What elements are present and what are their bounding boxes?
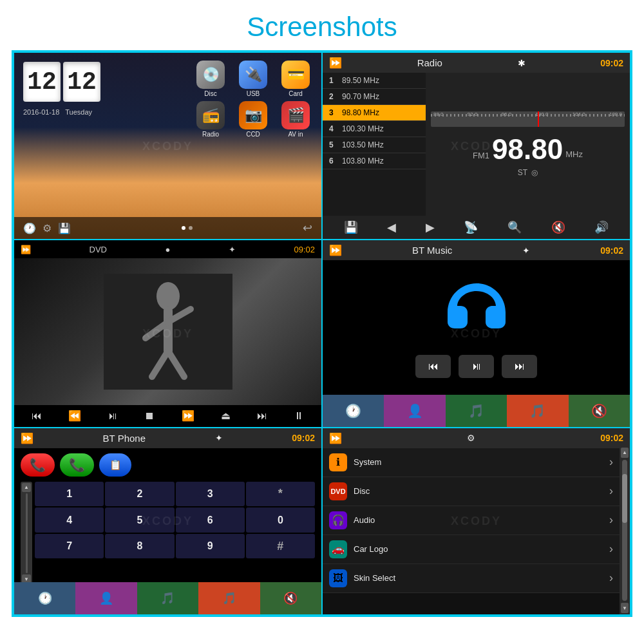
btmusic-next-button[interactable]: ⏭ xyxy=(502,355,537,378)
preset-1[interactable]: 189.50 MHz xyxy=(323,73,426,89)
dial-key-star[interactable]: * xyxy=(246,482,315,507)
settings-item-disc[interactable]: DVD Disc › xyxy=(323,477,620,506)
settings-item-audio[interactable]: 🎧 Audio › xyxy=(323,506,620,535)
dvd-dot-icon: ● xyxy=(166,245,171,254)
dvd-menu-icon[interactable]: ⏸ xyxy=(294,410,304,422)
btphone-tab-contact[interactable]: 👤 xyxy=(75,582,137,614)
btmusic-tab-bt[interactable]: 🎵 xyxy=(507,395,568,427)
screenshots-grid: 12 12 2016-01-18 Tuesday 💿 Disc 🔌 USB 💳 … xyxy=(12,50,632,617)
scroll-up-btn[interactable]: ▲ xyxy=(22,483,31,492)
settings-back-icon[interactable]: ⏩ xyxy=(329,432,342,444)
screen-radio: ⏩ Radio ✱ 09:02 189.50 MHz 290.70 MHz 39… xyxy=(322,52,630,240)
settings-scroll-thumb xyxy=(622,474,627,524)
settings-gear-icon: ⚙ xyxy=(467,433,475,443)
dvd-title: DVD xyxy=(90,245,107,254)
btmusic-tab-contact[interactable]: 👤 xyxy=(384,395,445,427)
btphone-tab-music[interactable]: 🎵 xyxy=(137,582,198,614)
dial-key-6[interactable]: 6 xyxy=(176,507,245,533)
radio-prev-icon[interactable]: ◀ xyxy=(387,220,396,234)
settings-item-carlogo[interactable]: 🚗 Car Logo › xyxy=(323,535,620,564)
radio-mute-icon[interactable]: 🔇 xyxy=(551,220,565,234)
settings-skinselect-arrow: › xyxy=(609,571,613,585)
radio-back-icon[interactable]: ⏩ xyxy=(329,57,342,69)
dial-key-1[interactable]: 1 xyxy=(35,482,104,507)
btphone-tab-mute[interactable]: 🔇 xyxy=(260,582,321,614)
radio-st-icon: ST xyxy=(518,168,527,177)
radio-save-icon[interactable]: 💾 xyxy=(344,220,358,234)
home-clock-icon[interactable]: 🕐 xyxy=(23,222,36,234)
home-icon-radio[interactable]: 📻 Radio xyxy=(191,101,230,138)
dvd-brightness-icon[interactable]: ✦ xyxy=(229,245,236,254)
btmusic-time: 09:02 xyxy=(600,245,623,256)
btphone-tab-bt[interactable]: 🎵 xyxy=(198,582,260,614)
home-watermark: XCODY xyxy=(142,139,193,153)
dvd-fast-fwd-icon[interactable]: ⏩ xyxy=(182,410,194,422)
dial-key-9[interactable]: 9 xyxy=(176,534,245,559)
settings-audio-label: Audio xyxy=(354,515,609,525)
settings-disc-icon: DVD xyxy=(329,482,347,500)
home-bottom-bar: 🕐 ⚙ 💾 ↩ xyxy=(14,217,321,239)
home-date: 2016-01-18 Tuesday xyxy=(23,108,92,116)
home-icon-usb[interactable]: 🔌 USB xyxy=(234,61,272,97)
btphone-end-call-button[interactable]: 📞 xyxy=(21,453,55,477)
dvd-play-icon[interactable]: ⏯ xyxy=(108,410,118,422)
home-back-icon[interactable]: ↩ xyxy=(303,221,312,235)
btmusic-back-icon[interactable]: ⏩ xyxy=(329,244,342,256)
screen-home: 12 12 2016-01-18 Tuesday 💿 Disc 🔌 USB 💳 … xyxy=(14,52,322,240)
radio-search-icon[interactable]: 🔍 xyxy=(507,220,522,234)
scroll-track xyxy=(26,493,28,573)
btmusic-tab-clock[interactable]: 🕐 xyxy=(323,395,384,427)
home-icon-ccd[interactable]: 📷 CCD xyxy=(234,101,272,138)
btphone-tabs: 🕐 👤 🎵 🎵 🔇 xyxy=(14,582,321,614)
radio-bt-icon: ✱ xyxy=(518,58,526,68)
dial-key-7[interactable]: 7 xyxy=(35,534,104,559)
preset-5[interactable]: 5103.50 MHz xyxy=(323,137,426,153)
dvd-back-icon[interactable]: ⏩ xyxy=(21,245,31,254)
dial-key-8[interactable]: 8 xyxy=(105,534,174,559)
dial-key-0[interactable]: 0 xyxy=(246,507,315,533)
btmusic-brightness-icon[interactable]: ✦ xyxy=(522,245,530,256)
home-icon-avin[interactable]: 🎬 AV in xyxy=(276,101,315,138)
dvd-skip-back-icon[interactable]: ⏮ xyxy=(32,410,42,422)
btphone-brightness-icon[interactable]: ✦ xyxy=(215,433,223,443)
settings-item-system[interactable]: ℹ System › xyxy=(323,448,620,477)
dial-key-hash[interactable]: # xyxy=(246,534,315,559)
radio-vol-icon[interactable]: 🔊 xyxy=(594,220,609,234)
dvd-skip-fwd-icon[interactable]: ⏭ xyxy=(257,410,267,422)
btphone-header: ⏩ BT Phone ✦ 09:02 xyxy=(14,428,321,448)
home-icon-disc[interactable]: 💿 Disc xyxy=(191,61,230,97)
radio-af-icon: ◎ xyxy=(531,168,538,177)
settings-scroll-down[interactable]: ▼ xyxy=(621,603,629,613)
radio-display: 88.092.096.0100.0104.0108.0 FM1 98.80 MH… xyxy=(426,73,630,216)
settings-scroll-up[interactable]: ▲ xyxy=(621,448,629,458)
btmusic-tab-mute[interactable]: 🔇 xyxy=(569,395,630,427)
dvd-eject-icon[interactable]: ⏏ xyxy=(221,410,231,422)
btmusic-body: ⏮ ⏯ ⏭ xyxy=(323,260,630,395)
preset-6[interactable]: 6103.80 MHz xyxy=(323,153,426,169)
preset-3[interactable]: 398.80 MHz xyxy=(323,105,426,121)
btmusic-play-button[interactable]: ⏯ xyxy=(459,355,494,378)
settings-skinselect-label: Skin Select xyxy=(354,573,609,583)
home-icon-card[interactable]: 💳 Card xyxy=(276,61,315,97)
dial-key-3[interactable]: 3 xyxy=(176,482,245,507)
dvd-stop-icon[interactable]: ⏹ xyxy=(144,410,155,422)
btmusic-prev-button[interactable]: ⏮ xyxy=(415,355,451,378)
settings-audio-icon: 🎧 xyxy=(329,511,347,529)
settings-item-skinselect[interactable]: 🖼 Skin Select › xyxy=(323,564,620,593)
preset-2[interactable]: 290.70 MHz xyxy=(323,89,426,105)
dvd-prev-icon[interactable]: ⏪ xyxy=(68,410,81,422)
btphone-scrollbar: ▲ ▼ xyxy=(21,482,32,585)
radio-cast-icon[interactable]: 📡 xyxy=(464,220,478,234)
radio-next-icon[interactable]: ▶ xyxy=(426,220,435,234)
btphone-back-icon[interactable]: ⏩ xyxy=(21,432,33,444)
dial-key-4[interactable]: 4 xyxy=(35,507,104,533)
btphone-time: 09:02 xyxy=(292,433,315,443)
btphone-tab-clock[interactable]: 🕐 xyxy=(14,582,75,614)
dial-key-5[interactable]: 5 xyxy=(105,507,174,533)
btphone-contacts-button[interactable]: 📋 xyxy=(99,453,131,477)
btmusic-tab-music[interactable]: 🎵 xyxy=(446,395,507,427)
preset-4[interactable]: 4100.30 MHz xyxy=(323,121,426,137)
dial-key-2[interactable]: 2 xyxy=(105,482,174,507)
btphone-answer-call-button[interactable]: 📞 xyxy=(60,453,94,477)
btphone-title: BT Phone xyxy=(103,433,146,444)
